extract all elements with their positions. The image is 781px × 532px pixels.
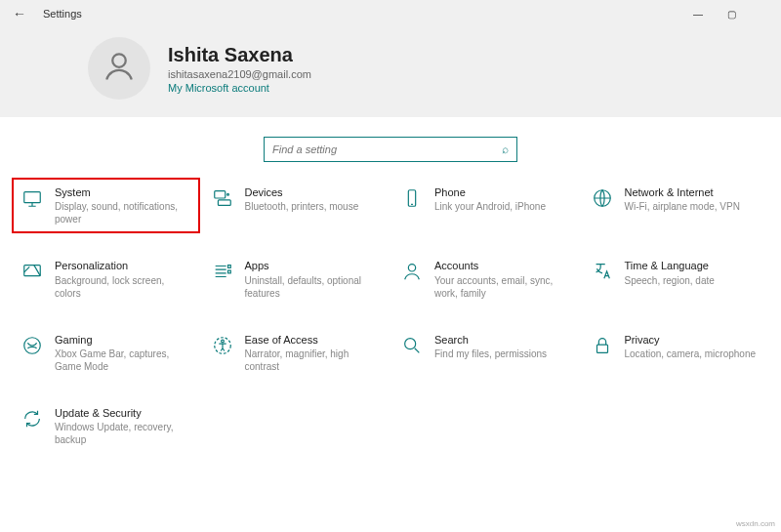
tile-privacy[interactable]: Privacy Location, camera, microphone (584, 327, 768, 379)
user-block: Ishita Saxena ishitasaxena2109@gmail.com… (168, 43, 311, 94)
tile-label: System (55, 185, 192, 199)
user-name: Ishita Saxena (168, 43, 311, 66)
svg-point-10 (408, 265, 415, 271)
svg-point-14 (405, 338, 416, 348)
tile-desc: Windows Update, recovery, backup (55, 421, 192, 446)
svg-point-4 (226, 193, 228, 195)
search-input[interactable] (272, 143, 502, 155)
tile-label: Devices (245, 185, 359, 199)
tile-apps[interactable]: Apps Uninstall, defaults, optional featu… (204, 253, 389, 305)
tile-desc: Xbox Game Bar, captures, Game Mode (55, 348, 192, 373)
avatar (88, 37, 150, 100)
ease-icon (210, 333, 235, 358)
search-box[interactable]: ⌕ (264, 137, 517, 162)
search-icon: ⌕ (502, 143, 509, 156)
tile-label: Phone (434, 185, 546, 199)
person-icon (102, 49, 137, 88)
tile-desc: Narrator, magnifier, high contrast (245, 348, 383, 373)
svg-rect-15 (596, 345, 607, 352)
tile-system[interactable]: System Display, sound, notifications, po… (14, 180, 198, 231)
settings-grid: System Display, sound, notifications, po… (0, 180, 781, 452)
watermark: wsxdn.com (736, 519, 775, 528)
window-title: Settings (39, 8, 82, 20)
svg-rect-2 (214, 191, 225, 198)
time-language-icon (590, 259, 615, 284)
tile-update-security[interactable]: Update & Security Windows Update, recove… (14, 400, 198, 452)
close-button[interactable] (748, 0, 781, 27)
tile-network[interactable]: Network & Internet Wi-Fi, airplane mode,… (584, 180, 768, 231)
tile-time-language[interactable]: Time & Language Speech, region, date (584, 253, 768, 305)
tile-personalization[interactable]: Personalization Background, lock screen,… (14, 253, 198, 305)
tile-desc: Bluetooth, printers, mouse (245, 200, 359, 213)
tile-label: Personalization (55, 259, 192, 272)
tile-devices[interactable]: Devices Bluetooth, printers, mouse (204, 180, 389, 231)
tile-gaming[interactable]: Gaming Xbox Game Bar, captures, Game Mod… (14, 327, 198, 379)
tile-label: Accounts (434, 259, 572, 272)
gaming-icon (20, 333, 45, 358)
tile-label: Apps (245, 259, 383, 272)
tile-desc: Uninstall, defaults, optional features (245, 274, 383, 300)
svg-rect-5 (408, 190, 415, 207)
back-button[interactable]: ← (0, 6, 39, 21)
tile-label: Privacy (625, 333, 757, 347)
tile-label: Ease of Access (245, 333, 383, 347)
tile-desc: Background, lock screen, colors (55, 274, 192, 300)
svg-point-13 (221, 340, 224, 343)
tile-desc: Display, sound, notifications, power (55, 200, 192, 225)
tile-label: Time & Language (625, 259, 715, 272)
tile-phone[interactable]: Phone Link your Android, iPhone (393, 180, 578, 231)
search-row: ⌕ (0, 117, 781, 180)
tile-desc: Location, camera, microphone (625, 348, 757, 360)
search-tile-icon (399, 333, 425, 358)
tile-desc: Speech, region, date (625, 274, 715, 287)
maximize-button[interactable]: ▢ (715, 0, 748, 27)
tile-search[interactable]: Search Find my files, permissions (393, 327, 578, 379)
tile-desc: Find my files, permissions (434, 348, 547, 360)
ms-account-link[interactable]: My Microsoft account (168, 82, 311, 94)
minimize-button[interactable]: — (681, 0, 715, 27)
system-icon (20, 185, 45, 211)
svg-point-0 (112, 54, 126, 67)
user-header: Ishita Saxena ishitasaxena2109@gmail.com… (0, 27, 781, 117)
update-icon (20, 406, 45, 431)
svg-rect-9 (227, 270, 230, 273)
tile-accounts[interactable]: Accounts Your accounts, email, sync, wor… (393, 253, 578, 305)
devices-icon (210, 185, 235, 211)
window-controls: — ▢ (681, 0, 781, 27)
tile-label: Gaming (55, 333, 192, 347)
title-bar: ← Settings — ▢ (0, 0, 781, 27)
network-icon (590, 185, 615, 211)
tile-desc: Your accounts, email, sync, work, family (434, 274, 572, 300)
personalization-icon (20, 259, 45, 284)
tile-ease-of-access[interactable]: Ease of Access Narrator, magnifier, high… (204, 327, 389, 379)
accounts-icon (399, 259, 425, 284)
phone-icon (399, 185, 425, 211)
tile-desc: Wi-Fi, airplane mode, VPN (625, 200, 740, 213)
svg-rect-1 (24, 192, 41, 203)
tile-label: Network & Internet (625, 185, 740, 199)
tile-desc: Link your Android, iPhone (434, 200, 546, 213)
svg-rect-8 (227, 266, 230, 268)
user-email: ishitasaxena2109@gmail.com (168, 68, 311, 80)
privacy-icon (590, 333, 615, 358)
tile-label: Update & Security (55, 406, 192, 420)
svg-rect-3 (218, 200, 230, 206)
tile-label: Search (434, 333, 547, 347)
apps-icon (210, 259, 235, 284)
